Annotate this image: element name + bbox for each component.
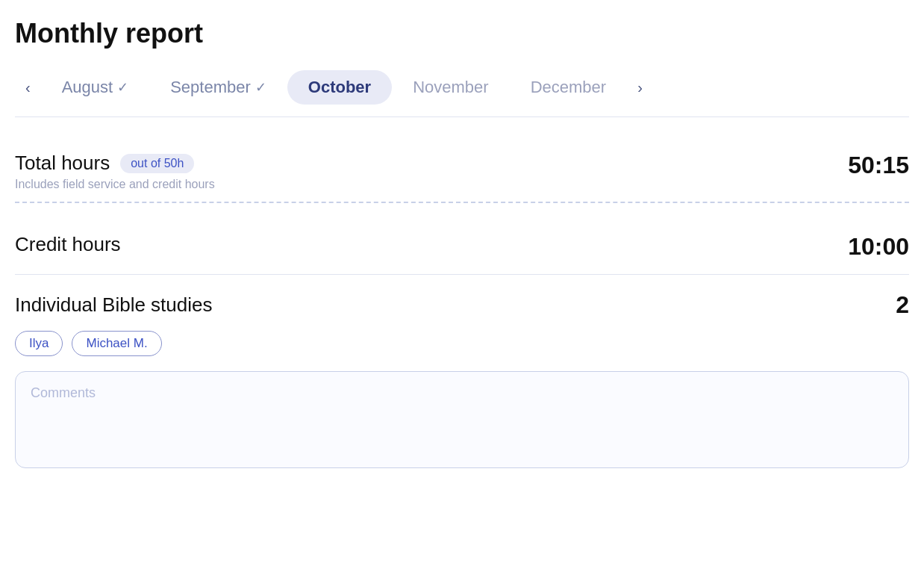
month-october[interactable]: October: [287, 70, 392, 105]
total-hours-value: 50:15: [848, 152, 909, 179]
credit-hours-label: Credit hours: [15, 233, 121, 256]
total-hours-label: Total hours: [15, 152, 110, 175]
credit-hours-value: 10:00: [848, 233, 909, 261]
total-hours-label-group: Total hours out of 50h: [15, 152, 215, 175]
bible-studies-count: 2: [896, 291, 909, 319]
month-october-label: October: [308, 78, 371, 97]
person-tag-michael[interactable]: Michael M.: [72, 331, 161, 356]
page-title: Monthly report: [15, 18, 909, 49]
month-navigation: ‹ August ✓ September ✓ October November …: [15, 70, 909, 117]
bible-studies-tags: Ilya Michael M.: [15, 331, 909, 356]
september-check-icon: ✓: [255, 79, 266, 96]
month-august[interactable]: August ✓: [41, 70, 150, 105]
month-november[interactable]: November: [392, 70, 509, 105]
next-month-button[interactable]: ›: [627, 73, 653, 102]
month-december-label: December: [531, 78, 606, 97]
month-august-label: August: [62, 78, 113, 97]
august-check-icon: ✓: [117, 79, 128, 96]
dashed-divider: [15, 202, 909, 203]
bible-studies-section: Individual Bible studies 2 Ilya Michael …: [15, 275, 909, 485]
month-september[interactable]: September ✓: [149, 70, 287, 105]
total-hours-subtitle: Includes field service and credit hours: [15, 178, 215, 191]
month-september-label: September: [170, 78, 251, 97]
credit-hours-section: Credit hours 10:00: [15, 217, 909, 274]
bible-studies-label: Individual Bible studies: [15, 293, 213, 317]
out-of-badge: out of 50h: [120, 154, 194, 173]
month-december[interactable]: December: [510, 70, 627, 105]
prev-month-button[interactable]: ‹: [15, 73, 41, 102]
report-content: Total hours out of 50h Includes field se…: [15, 135, 909, 485]
comments-input[interactable]: [15, 371, 909, 468]
person-tag-ilya[interactable]: Ilya: [15, 331, 63, 356]
total-hours-section: Total hours out of 50h Includes field se…: [15, 135, 909, 217]
month-november-label: November: [413, 78, 488, 97]
